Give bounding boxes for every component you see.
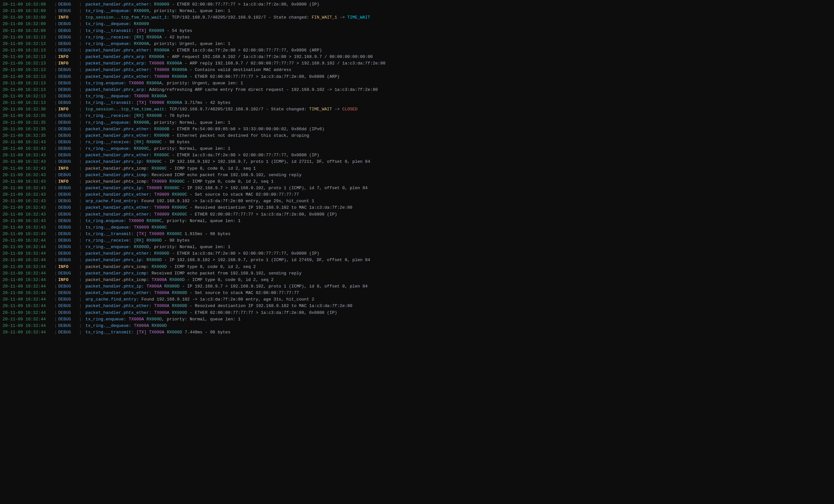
log-line: 20-11-09 16:32:44 | DEBUG | tx_ring.enqu… — [0, 316, 834, 323]
log-message: rx_ring.__receive: [RX] RX000D - 98 byte… — [85, 237, 831, 244]
log-message: tx_ring.enqueue: TX0008 RX000A, priority… — [85, 80, 831, 87]
log-level: DEBUG — [58, 28, 78, 34]
timestamp: 20-11-09 16:32:35 — [3, 113, 53, 119]
timestamp: 20-11-09 16:32:30 — [3, 106, 53, 113]
timestamp: 20-11-09 16:32:35 — [3, 126, 53, 133]
timestamp: 20-11-09 16:32:13 — [3, 67, 53, 73]
timestamp: 20-11-09 16:32:43 — [3, 185, 53, 191]
log-level: DEBUG — [58, 34, 78, 41]
log-line: 20-11-09 16:32:30 | INFO | tcp_session..… — [0, 106, 834, 113]
log-message: packet_handler.phtx_ether: RX0009 - ETHE… — [85, 1, 831, 8]
log-line: 20-11-09 16:32:43 | INFO | packet_handle… — [0, 178, 834, 185]
log-line: 20-11-09 16:32:44 | DEBUG | packet_handl… — [0, 250, 834, 257]
log-message: tcp_session...tcp_fsm_fin_wait_1: TCP/19… — [85, 14, 831, 21]
timestamp: 20-11-09 16:32:44 — [3, 323, 53, 329]
log-message: tx_ring.enqueue: TX0009 RX000C, priorty:… — [85, 218, 831, 224]
log-message: packet_handler.phtx_ether: TX0008 RX000A… — [85, 74, 831, 80]
log-message: tx_ring.__dequeue: RX0009 — [85, 21, 831, 27]
log-message: packet_handler.phrx_icmp: RX000D - ICMP … — [85, 264, 831, 270]
timestamp: 20-11-09 16:32:09 — [3, 1, 53, 8]
log-line: 20-11-09 16:32:43 | DEBUG | tx_ring.__de… — [0, 224, 834, 231]
timestamp: 20-11-09 16:32:43 — [3, 211, 53, 218]
log-line: 20-11-09 16:32:44 | DEBUG | packet_handl… — [0, 310, 834, 316]
log-message: packet_handler.phrx_ether: RX000C - ETHE… — [85, 152, 831, 159]
log-level: DEBUG — [58, 224, 78, 231]
log-level: DEBUG — [58, 231, 78, 237]
log-line: 20-11-09 16:32:13 | DEBUG | rx_ring.__re… — [0, 34, 834, 41]
log-level: DEBUG — [58, 303, 78, 309]
log-level: DEBUG — [58, 100, 78, 106]
log-level: DEBUG — [58, 133, 78, 139]
log-message: packet_handler.phtx_ether: TX000A RX000D… — [85, 290, 831, 296]
log-message: tx_ring.__dequeue: TX0009 RX000C — [85, 224, 831, 231]
timestamp: 20-11-09 16:32:43 — [3, 139, 53, 145]
log-level: DEBUG — [58, 1, 78, 8]
log-level: DEBUG — [58, 67, 78, 73]
log-line: 20-11-09 16:32:09 | INFO | tcp_session..… — [0, 14, 834, 21]
log-level: DEBUG — [58, 152, 78, 159]
log-message: packet_handler.phrx_ether: RX000B - Ethe… — [85, 133, 831, 139]
timestamp: 20-11-09 16:32:44 — [3, 244, 53, 250]
log-line: 20-11-09 16:32:43 | DEBUG | packet_handl… — [0, 191, 834, 198]
log-message: packet_handler.phtx_ether: TX0008 RX000A… — [85, 67, 831, 73]
timestamp: 20-11-09 16:32:44 — [3, 264, 53, 270]
log-line: 20-11-09 16:32:43 | DEBUG | packet_handl… — [0, 172, 834, 178]
log-level: DEBUG — [58, 204, 78, 211]
timestamp: 20-11-09 16:32:35 — [3, 119, 53, 126]
log-line: 20-11-09 16:32:35 | DEBUG | packet_handl… — [0, 126, 834, 133]
log-message: tx_ring.__transmit: [TX] RX0009 - 54 byt… — [85, 28, 831, 34]
log-line: 20-11-09 16:32:13 | DEBUG | packet_handl… — [0, 67, 834, 73]
log-message: packet_handler.phrx_arp: RX000A - ARP re… — [85, 54, 831, 60]
log-message: packet_handler.phrx_ether: RX000D - ETHE… — [85, 250, 831, 257]
log-line: 20-11-09 16:32:44 | DEBUG | packet_handl… — [0, 303, 834, 309]
log-message: tx_ring.__enqueue: RX0009, priority: Nor… — [85, 8, 831, 14]
log-level: INFO — [58, 264, 78, 270]
log-level: DEBUG — [58, 74, 78, 80]
timestamp: 20-11-09 16:32:43 — [3, 218, 53, 224]
log-line: 20-11-09 16:32:43 | DEBUG | rx_ring.__re… — [0, 139, 834, 145]
timestamp: 20-11-09 16:32:44 — [3, 316, 53, 323]
log-line: 20-11-09 16:32:44 | DEBUG | tx_ring.__tr… — [0, 329, 834, 336]
timestamp: 20-11-09 16:32:35 — [3, 133, 53, 139]
log-level: DEBUG — [58, 316, 78, 323]
log-line: 20-11-09 16:32:44 | DEBUG | packet_handl… — [0, 257, 834, 264]
log-message: tx_ring.__dequeue: TX000A RX000D — [85, 323, 831, 329]
log-line: 20-11-09 16:32:13 | DEBUG | packet_handl… — [0, 87, 834, 93]
timestamp: 20-11-09 16:32:13 — [3, 100, 53, 106]
log-line: 20-11-09 16:32:44 | INFO | packet_handle… — [0, 277, 834, 283]
timestamp: 20-11-09 16:32:13 — [3, 80, 53, 87]
timestamp: 20-11-09 16:32:44 — [3, 290, 53, 296]
timestamp: 20-11-09 16:32:44 — [3, 310, 53, 316]
log-line: 20-11-09 16:32:13 | DEBUG | rx_ring.__en… — [0, 41, 834, 47]
timestamp: 20-11-09 16:32:13 — [3, 60, 53, 67]
log-message: tx_ring.__transmit: [TX] TX000A RX000D 7… — [85, 329, 831, 336]
log-level: INFO — [58, 60, 78, 67]
log-level: DEBUG — [58, 21, 78, 27]
log-level: DEBUG — [58, 218, 78, 224]
log-level: DEBUG — [58, 237, 78, 244]
timestamp: 20-11-09 16:32:44 — [3, 277, 53, 283]
log-level: DEBUG — [58, 8, 78, 14]
log-line: 20-11-09 16:32:44 | DEBUG | tx_ring.__de… — [0, 323, 834, 329]
log-message: rx_ring.__receive: [RX] RX000B - 70 byte… — [85, 113, 831, 119]
log-level: DEBUG — [58, 126, 78, 133]
log-message: tx_ring.__transmit: [TX] TX0009 RX000C 1… — [85, 231, 831, 237]
log-message: rx_ring.__enqueue: RX000B, priority: Nor… — [85, 119, 831, 126]
log-line: 20-11-09 16:32:09 | DEBUG | tx_ring.__tr… — [0, 28, 834, 34]
log-level: DEBUG — [58, 47, 78, 54]
timestamp: 20-11-09 16:32:43 — [3, 172, 53, 178]
log-level: DEBUG — [58, 80, 78, 87]
log-line: 20-11-09 16:32:43 | INFO | packet_handle… — [0, 165, 834, 172]
log-level: DEBUG — [58, 87, 78, 93]
timestamp: 20-11-09 16:32:09 — [3, 14, 53, 21]
log-message: packet_handler.phtx_icmp: TX0009 RX000C … — [85, 178, 831, 185]
log-message: packet_handler.phtx_ip: TX0009 RX000C - … — [85, 185, 831, 191]
timestamp: 20-11-09 16:32:44 — [3, 303, 53, 309]
log-level: DEBUG — [58, 198, 78, 204]
log-line: 20-11-09 16:32:43 | DEBUG | packet_handl… — [0, 204, 834, 211]
timestamp: 20-11-09 16:32:13 — [3, 87, 53, 93]
log-line: 20-11-09 16:32:35 | DEBUG | packet_handl… — [0, 133, 834, 139]
log-level: INFO — [58, 54, 78, 60]
log-line: 20-11-09 16:32:44 | DEBUG | packet_handl… — [0, 283, 834, 290]
timestamp: 20-11-09 16:32:09 — [3, 8, 53, 14]
